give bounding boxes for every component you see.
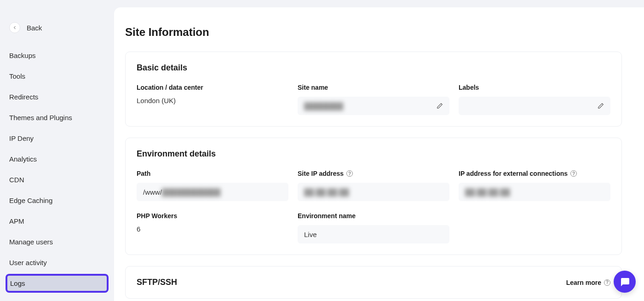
site-ip-field: Site IP address ? ██.██.██.██	[298, 170, 449, 201]
labels-input[interactable]	[459, 97, 610, 115]
environment-details-title: Environment details	[137, 149, 610, 159]
external-ip-field: IP address for external connections ? ██…	[459, 170, 610, 201]
sidebar-item-apm[interactable]: APM	[6, 212, 109, 231]
external-ip-value-box[interactable]: ██.██.██.██	[459, 183, 610, 201]
arrow-left-icon	[12, 25, 17, 30]
php-workers-label: PHP Workers	[137, 212, 288, 220]
path-label: Path	[137, 170, 288, 177]
external-ip-label: IP address for external connections ?	[459, 170, 610, 177]
pencil-icon	[598, 103, 604, 109]
help-icon[interactable]: ?	[570, 170, 577, 177]
site-name-value: ████████	[304, 102, 343, 110]
help-icon[interactable]: ?	[346, 170, 353, 177]
sftp-ssh-card: SFTP/SSH Learn more ?	[125, 266, 622, 299]
empty-col	[459, 212, 610, 243]
location-field: Location / data center London (UK)	[137, 84, 288, 115]
path-value-box[interactable]: /www/████████████	[137, 183, 288, 201]
sidebar-item-manage-users[interactable]: Manage users	[6, 232, 109, 251]
back-button[interactable]	[9, 22, 20, 33]
environment-name-label: Environment name	[298, 212, 449, 220]
site-ip-value: ██.██.██.██	[304, 188, 349, 196]
sidebar-item-ip-deny[interactable]: IP Deny	[6, 129, 109, 148]
main-content: Site Information Basic details Location …	[114, 7, 644, 301]
environment-name-value-box[interactable]: Live	[298, 225, 449, 243]
path-value: /www/████████████	[143, 188, 220, 196]
labels-label: Labels	[459, 84, 610, 91]
chat-icon	[619, 276, 630, 287]
site-ip-value-box[interactable]: ██.██.██.██	[298, 183, 449, 201]
sidebar-item-analytics[interactable]: Analytics	[6, 150, 109, 168]
location-value: London (UK)	[137, 97, 288, 104]
pencil-icon	[437, 103, 443, 109]
sidebar-item-themes-plugins[interactable]: Themes and Plugins	[6, 108, 109, 127]
back-row: Back	[6, 22, 109, 44]
sftp-ssh-title: SFTP/SSH	[137, 278, 177, 287]
sidebar-item-user-activity[interactable]: User activity	[6, 253, 109, 272]
site-name-field: Site name ████████	[298, 84, 449, 115]
basic-details-title: Basic details	[137, 63, 610, 73]
sidebar: Back Backups Tools Redirects Themes and …	[0, 0, 114, 301]
page-title: Site Information	[125, 26, 622, 39]
location-label: Location / data center	[137, 84, 288, 91]
sidebar-item-backups[interactable]: Backups	[6, 46, 109, 65]
environment-details-card: Environment details Path /www/██████████…	[125, 138, 622, 255]
chat-button[interactable]	[614, 271, 636, 293]
learn-more-link[interactable]: Learn more ?	[566, 279, 610, 286]
sidebar-item-logs[interactable]: Logs	[6, 274, 109, 293]
environment-name-field: Environment name Live	[298, 212, 449, 243]
path-field: Path /www/████████████	[137, 170, 288, 201]
sidebar-item-cdn[interactable]: CDN	[6, 170, 109, 189]
help-icon: ?	[604, 279, 610, 286]
sidebar-item-tools[interactable]: Tools	[6, 67, 109, 86]
back-label: Back	[27, 24, 42, 32]
php-workers-field: PHP Workers 6	[137, 212, 288, 243]
labels-field: Labels	[459, 84, 610, 115]
sidebar-item-edge-caching[interactable]: Edge Caching	[6, 191, 109, 210]
site-name-input[interactable]: ████████	[298, 97, 449, 115]
sidebar-item-label: Logs	[7, 276, 107, 291]
external-ip-value: ██.██.██.██	[465, 188, 510, 196]
basic-details-card: Basic details Location / data center Lon…	[125, 52, 622, 127]
site-ip-label: Site IP address ?	[298, 170, 449, 177]
environment-name-value: Live	[304, 231, 317, 238]
sidebar-item-redirects[interactable]: Redirects	[6, 87, 109, 106]
site-name-label: Site name	[298, 84, 449, 91]
php-workers-value: 6	[137, 225, 288, 233]
